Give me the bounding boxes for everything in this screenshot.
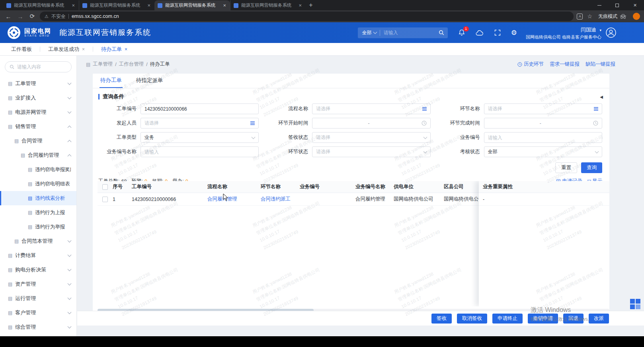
accent-bar <box>98 94 100 99</box>
process-name-picker[interactable]: 请选择 <box>312 103 430 114</box>
close-icon[interactable]: × <box>125 47 127 52</box>
sidebar-item-contract-mgmt[interactable]: ▤合同管理 <box>0 134 76 148</box>
close-icon[interactable]: × <box>82 47 85 52</box>
field-biz-no-name: 业务编号名称 <box>97 146 259 157</box>
sign-status-select[interactable]: 请选择 <box>312 132 430 143</box>
reload-icon[interactable]: ⟳ <box>28 13 37 20</box>
doc-icon: ▤ <box>28 195 32 201</box>
sidebar-item-operation-mgmt[interactable]: ▤运行管理 <box>0 291 76 306</box>
maximize-button[interactable] <box>608 0 626 10</box>
sidebar-item-theft-detail-table[interactable]: ▤违约窃电明细表 <box>0 177 76 191</box>
process-link[interactable]: 合同履约管理 <box>207 196 261 203</box>
sidebar-item-grid-connection[interactable]: ▤电源并网管理 <box>0 105 76 119</box>
state-grid-logo <box>7 26 21 39</box>
order-type-select[interactable]: 业务 <box>141 132 259 143</box>
row-checkbox[interactable] <box>102 197 108 202</box>
sidebar-item-theft-report-reward[interactable]: ▤违约窃电举报奖励 <box>0 162 76 177</box>
tab-work-dashboard[interactable]: 工作看板 <box>9 46 34 53</box>
browser-profile-avatar[interactable] <box>633 13 640 20</box>
step-start-time-picker[interactable]: - <box>312 118 430 129</box>
biz-no-input[interactable] <box>488 135 598 140</box>
cancel-sign-button[interactable]: 取消签收 <box>457 314 487 324</box>
doc-icon: ▤ <box>8 81 12 86</box>
search-scope-select[interactable]: 全部 <box>358 29 380 36</box>
tab-todo-orders[interactable]: 待办工单 <box>100 77 122 88</box>
gear-icon[interactable]: ⚙ <box>511 29 517 37</box>
reset-button[interactable]: 重置 <box>555 162 577 173</box>
step-link[interactable]: 合同违约派工 <box>261 196 300 203</box>
field-process-name: 流程名称 请选择 <box>268 103 430 114</box>
notification-bell-icon[interactable]: 1 <box>458 29 465 36</box>
biz-no-name-input[interactable] <box>144 149 255 155</box>
close-icon[interactable]: × <box>298 2 302 8</box>
search-button[interactable]: 查询 <box>581 162 602 173</box>
sidebar-item-purchase-analysis[interactable]: ▤购电分析决策 <box>0 263 76 277</box>
browser-tab[interactable]: 能源互联网营销服务系统 × <box>79 0 154 10</box>
sidebar-item-violation-report[interactable]: ▤违约行为举报 <box>0 220 76 234</box>
chevron-down-icon <box>68 238 72 242</box>
sidebar-item-contract-performance[interactable]: ▤合同履约管理 <box>0 148 76 162</box>
doc-icon: ▤ <box>86 62 90 67</box>
sidebar-item-contract-template[interactable]: ▤合同范本管理 <box>0 234 76 248</box>
field-step-name: 环节名称 请选择 <box>440 103 602 114</box>
search-icon[interactable] <box>439 30 448 35</box>
floating-widget-icon[interactable] <box>630 299 640 309</box>
close-icon[interactable]: × <box>146 2 151 8</box>
order-no-input[interactable] <box>144 106 255 112</box>
address-bar[interactable]: ⚠ 不安全 emss.sx.sgcc.com.cn <box>40 12 574 21</box>
user-block[interactable]: 闫国迪 ▾ 国网临猗供电公司 临猗县客户服务中心 <box>526 25 601 40</box>
step-status-select[interactable]: 请选择 <box>312 146 430 157</box>
apply-terminate-button[interactable]: 申请终止 <box>492 314 523 324</box>
chevron-down-icon: ▾ <box>599 28 601 32</box>
step-end-time-picker[interactable]: - <box>484 118 602 129</box>
sidebar-item-customer-mgmt[interactable]: ▤客户管理 <box>0 306 76 320</box>
browser-tab-strip: 能源互联网营销服务系统 × 能源互联网营销服务系统 × 能源互联网营销服务系统 … <box>0 0 644 10</box>
tab-pending-dispatch[interactable]: 待指定派单 <box>136 77 163 88</box>
assess-status-select[interactable]: 全部 <box>484 146 602 157</box>
forward-icon[interactable]: → <box>16 13 25 20</box>
sidebar-item-order-mgmt[interactable]: ▤工单管理 <box>0 76 76 91</box>
minimize-button[interactable] <box>590 0 608 10</box>
chevron-down-icon <box>595 149 599 153</box>
sidebar-item-violation-report-up[interactable]: ▤违约行为上报 <box>0 205 76 220</box>
sidebar-search-input[interactable]: 请输入内容 <box>5 61 72 72</box>
search-input[interactable]: 请输入 <box>380 29 439 36</box>
sidebar-item-violation-clue-analysis[interactable]: ▤违约线索分析 <box>0 191 76 205</box>
sidebar-item-sales-mgmt[interactable]: ▤销售管理 <box>0 119 76 134</box>
doc-icon: ▤ <box>8 281 12 287</box>
sidebar-item-billing[interactable]: ▤计费结算 <box>0 248 76 263</box>
user-name[interactable]: 闫国迪 <box>581 27 596 33</box>
fullscreen-icon[interactable] <box>494 29 501 36</box>
step-name-picker[interactable]: 请选择 <box>484 103 602 114</box>
doc-icon: ▤ <box>14 138 19 144</box>
bookmark-star-icon[interactable]: ☆ <box>586 13 593 19</box>
cloud-icon[interactable] <box>476 30 484 36</box>
close-window-button[interactable]: ✕ <box>626 0 644 10</box>
field-sign-status: 签收状态 请选择 <box>268 132 430 143</box>
sign-button[interactable]: 签收 <box>431 314 452 324</box>
select-all-checkbox[interactable] <box>102 184 108 190</box>
collapse-icon[interactable]: ◀ <box>600 95 603 99</box>
defect-report-link[interactable]: 缺陷一键提报 <box>585 61 615 68</box>
global-search[interactable]: 全部 请输入 <box>358 27 448 38</box>
close-icon[interactable]: × <box>222 2 227 8</box>
new-tab-button[interactable]: + <box>306 0 316 10</box>
window-controls: ✕ <box>590 0 644 10</box>
field-step-status: 环节状态 请选择 <box>268 146 430 157</box>
initiator-picker[interactable]: 请选择 <box>141 118 259 129</box>
sidebar-item-general-mgmt[interactable]: ▤综合管理 <box>0 320 76 334</box>
list-icon <box>594 107 598 108</box>
browser-tab[interactable]: 能源互联网营销服务系统 × <box>3 0 79 10</box>
back-icon[interactable]: ← <box>4 13 13 20</box>
browser-tab[interactable]: 能源互联网营销服务系统 × <box>230 0 306 10</box>
history-steps-link[interactable]: 历史环节 <box>517 61 544 68</box>
sidebar-item-expansion-access[interactable]: ▤业扩接入 <box>0 91 76 105</box>
sidebar-item-asset-mgmt[interactable]: ▤资产管理 <box>0 277 76 291</box>
tab-order-sent[interactable]: 工单发送成功 × <box>46 46 87 53</box>
user-avatar[interactable] <box>606 27 616 38</box>
browser-tab-active[interactable]: 能源互联网营销服务系统 × <box>154 0 230 10</box>
translate-icon[interactable]: A <box>577 14 583 19</box>
tab-todo-orders[interactable]: 待办工单 × <box>99 46 130 53</box>
close-icon[interactable]: × <box>71 2 76 8</box>
demand-report-link[interactable]: 需求一键提报 <box>550 61 580 68</box>
